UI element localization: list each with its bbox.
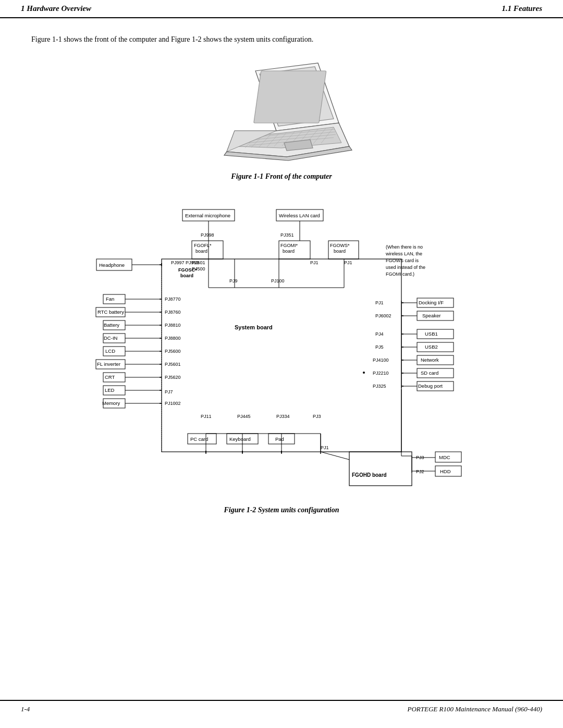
pj8770-label: PJ8770 xyxy=(165,297,181,302)
crt-label: CRT xyxy=(105,374,115,380)
dcin-label: DC-IN xyxy=(104,335,118,341)
system-board-label: System board xyxy=(235,324,273,330)
page-header: 1 Hardware Overview 1.1 Features xyxy=(0,0,563,18)
fgosc-label1: FGOSC* xyxy=(178,267,197,273)
debug-port-label: Debug port xyxy=(418,383,443,389)
note-line2: wireless LAN, the xyxy=(385,251,422,256)
note-line1: (When there is no xyxy=(386,244,423,250)
speaker-label: Speaker xyxy=(422,313,440,318)
svg-line-85 xyxy=(321,452,349,460)
svg-rect-17 xyxy=(349,452,412,486)
pj5-label: PJ5 xyxy=(375,344,384,350)
system-diagram-svg: System board FGOHD board External microp… xyxy=(42,196,521,499)
sd-card-label: SD card xyxy=(421,370,438,376)
pj6002-label: PJ6002 xyxy=(375,313,391,318)
pj8800-label: PJ8800 xyxy=(165,336,181,341)
header-subsection: 1.1 Features xyxy=(501,4,542,13)
figure2-diagram: System board FGOHD board External microp… xyxy=(42,196,521,501)
external-microphone-label: External microphone xyxy=(185,213,230,218)
fgohd-board-label: FGOHD board xyxy=(352,472,387,478)
figure1-container: Figure 1-1 Front of the computer xyxy=(31,55,532,191)
header-section: 1 Hardware Overview xyxy=(21,4,91,13)
fgofl-board-label2: board xyxy=(195,249,207,254)
pj9-label: PJ9 xyxy=(229,278,238,283)
pad-label: Pad xyxy=(275,436,284,442)
hdd-label: HDD xyxy=(440,468,451,474)
pj998-label: PJ998 xyxy=(201,232,214,238)
docking-if-label: Docking I/F xyxy=(419,300,444,305)
pj1002-label: PJ1002 xyxy=(165,401,181,406)
pj7-label: PJ7 xyxy=(165,389,173,394)
keyboard-label: Keyboard xyxy=(229,436,251,442)
figure1-caption: Figure 1-1 Front of the computer xyxy=(231,172,332,181)
pj325-label: PJ325 xyxy=(373,384,386,389)
pj1-fgomi-label: PJ1 xyxy=(310,260,319,265)
fgows-label: FGOWS* xyxy=(330,243,350,248)
fgomi-label: FGOMI* xyxy=(280,243,298,248)
pj2-fgohd-label: PJ2 xyxy=(416,469,424,474)
pj1-right-label: PJ1 xyxy=(375,300,384,305)
pj4100-label: PJ4100 xyxy=(373,357,389,363)
lcd-label: LCD xyxy=(105,348,115,354)
memory-label: Memory xyxy=(102,400,120,406)
fan-label: Fan xyxy=(106,296,114,302)
pj100-label: PJ100 xyxy=(271,278,285,283)
usb1-label: USB1 xyxy=(425,331,438,337)
fgomi-label2: board xyxy=(283,249,295,254)
note-line3: FGOWS card is xyxy=(386,258,419,263)
wireless-lan-label: Wireless LAN card xyxy=(279,213,320,218)
figure2-caption: Figure 1-2 System units configuration xyxy=(31,506,532,514)
pj5600-label: PJ5600 xyxy=(165,349,181,354)
battery-label: Battery xyxy=(104,322,119,328)
usb2-label: USB2 xyxy=(425,344,438,350)
pj1-fgows-label: PJ1 xyxy=(344,260,352,265)
pj4-label: PJ4 xyxy=(375,331,384,337)
page-footer: 1-4 PORTEGE R100 Maintenance Manual (960… xyxy=(0,700,563,718)
pc-card-label: PC card xyxy=(190,436,208,442)
page-content: Figure 1-1 shows the front of the comput… xyxy=(0,29,563,535)
fgosc-label2: board xyxy=(180,273,193,278)
pj997-pj999-label: PJ997 PJ999 xyxy=(171,260,199,265)
pj5620-label: PJ5620 xyxy=(165,375,181,380)
laptop-illustration xyxy=(193,55,370,170)
page: 1 Hardware Overview 1.1 Features Figure … xyxy=(0,0,563,728)
network-label: Network xyxy=(421,357,439,363)
svg-rect-0 xyxy=(254,71,326,123)
pj2210-label: PJ2210 xyxy=(373,371,389,376)
pj334-label: PJ334 xyxy=(276,414,290,419)
fgofl-board-label: FGOFL* xyxy=(194,243,212,248)
intro-paragraph: Figure 1-1 shows the front of the comput… xyxy=(31,34,532,45)
fl-inverter-label: FL inverter xyxy=(97,361,120,367)
note-line5: FGOMI card.) xyxy=(386,272,414,277)
pj445-label: PJ445 xyxy=(237,414,251,419)
pj3-bottom-label: PJ3 xyxy=(313,414,321,419)
headphone-label: Headphone xyxy=(99,262,125,268)
pj11-label: PJ11 xyxy=(201,414,212,419)
mdc-label: MDC xyxy=(439,454,450,460)
led-label: LED xyxy=(105,387,115,393)
pj1-fgohd-label: PJ1 xyxy=(321,445,329,450)
pj8810-label: PJ8810 xyxy=(165,323,181,328)
footer-manual-title: PORTEGE R100 Maintenance Manual (960-440… xyxy=(407,705,542,713)
svg-point-68 xyxy=(363,372,365,374)
pj351-label: PJ351 xyxy=(280,232,294,238)
rtc-battery-label: RTC battery xyxy=(97,309,124,315)
pj5601-label: PJ5601 xyxy=(165,362,181,367)
footer-page-number: 1-4 xyxy=(21,705,30,713)
fgows-label2: board xyxy=(334,249,346,254)
pj8760-label: PJ8760 xyxy=(165,310,181,315)
note-line4: used instead of the xyxy=(386,265,425,270)
